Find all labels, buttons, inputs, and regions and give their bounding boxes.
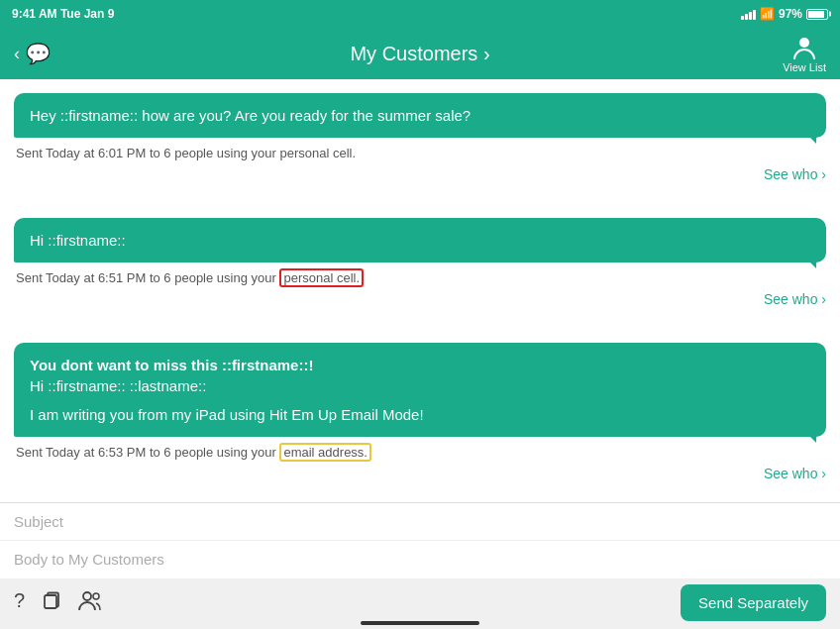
status-right: 📶 97% (741, 7, 828, 21)
message-bubble-2: Hi ::firstname:: (14, 218, 826, 262)
view-list-button[interactable]: View List (783, 34, 826, 73)
message-text-3-line2: Hi ::firstname:: ::lastname:: (30, 375, 810, 396)
chat-icon: 💬 (26, 42, 51, 65)
message-text-1: Hey ::firstname:: how are you? Are you r… (30, 107, 471, 124)
see-who-2[interactable]: See who › (14, 291, 826, 307)
status-time: 9:41 AM Tue Jan 9 (12, 7, 114, 21)
svg-point-3 (93, 593, 99, 599)
message-bubble-1: Hey ::firstname:: how are you? Are you r… (14, 93, 826, 138)
message-text-3-line1: You dont want to miss this ::firstname::… (30, 355, 810, 375)
nav-title: My Customers › (350, 43, 489, 65)
message-text-3-line3 (30, 396, 810, 404)
wifi-icon: 📶 (760, 7, 775, 21)
messages-list: Hey ::firstname:: how are you? Are you r… (0, 79, 840, 530)
signal-icon (741, 8, 756, 20)
see-who-1[interactable]: See who › (14, 166, 826, 182)
view-list-label: View List (783, 61, 826, 73)
message-meta-2: Sent Today at 6:51 PM to 6 people using … (14, 270, 826, 285)
message-block-3: You dont want to miss this ::firstname::… (14, 343, 826, 481)
svg-point-2 (83, 592, 91, 600)
people-icon[interactable] (78, 589, 102, 616)
battery-icon (806, 9, 828, 20)
message-text-2: Hi ::firstname:: (30, 232, 126, 249)
compose-area: Subject Body to My Customers ? Sen (0, 502, 840, 629)
send-separately-button[interactable]: Send Separately (681, 584, 826, 621)
status-bar: 9:41 AM Tue Jan 9 📶 97% (0, 0, 840, 28)
question-icon[interactable]: ? (14, 589, 25, 616)
body-placeholder: Body to My Customers (14, 551, 164, 568)
svg-rect-1 (45, 595, 56, 608)
highlight-personal-cell: personal cell. (279, 268, 364, 287)
message-text-3-line4: I am writing you from my iPad using Hit … (30, 404, 810, 425)
copy-icon[interactable] (41, 589, 62, 616)
message-bubble-3: You dont want to miss this ::firstname::… (14, 343, 826, 437)
compose-body[interactable]: Body to My Customers (0, 541, 840, 578)
person-icon (790, 34, 818, 61)
message-meta-3: Sent Today at 6:53 PM to 6 people using … (14, 445, 826, 460)
nav-bar: ‹ 💬 My Customers › View List (0, 28, 840, 79)
svg-point-0 (799, 38, 809, 48)
message-block-2: Hi ::firstname:: Sent Today at 6:51 PM t… (14, 218, 826, 307)
battery-percent: 97% (779, 7, 802, 21)
highlight-email-address: email address. (279, 443, 371, 462)
home-indicator (361, 621, 479, 625)
message-block-1: Hey ::firstname:: how are you? Are you r… (14, 93, 826, 182)
subject-placeholder: Subject (14, 513, 63, 530)
compose-subject[interactable]: Subject (0, 503, 840, 541)
message-meta-1: Sent Today at 6:01 PM to 6 people using … (14, 146, 826, 160)
back-arrow-icon: ‹ (14, 44, 20, 64)
see-who-3[interactable]: See who › (14, 466, 826, 481)
compose-icons: ? (14, 589, 102, 616)
back-button[interactable]: ‹ 💬 (14, 42, 51, 65)
